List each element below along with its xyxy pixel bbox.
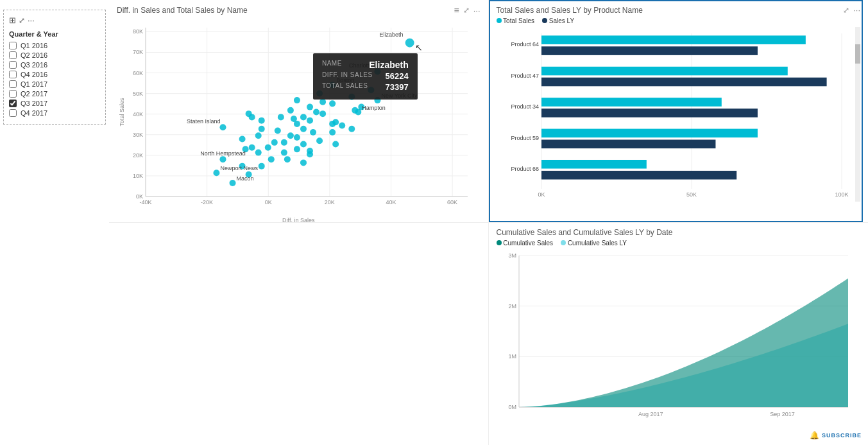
svg-point-45 [329,100,336,107]
area-chart-header: Cumulative Sales and Cumulative Sales LY… [497,228,861,237]
svg-point-54 [355,109,361,116]
svg-point-70 [275,127,281,134]
svg-point-79 [271,139,278,146]
svg-rect-114 [541,67,788,76]
svg-rect-117 [541,98,722,107]
filter-item[interactable]: Q3 2017 [9,100,100,107]
filter-item[interactable]: Q4 2016 [9,71,100,78]
svg-text:Hampton: Hampton [362,105,386,111]
svg-point-97 [259,163,265,170]
svg-text:40K: 40K [133,111,143,118]
svg-text:-20K: -20K [201,199,213,205]
scatter-tooltip: NAME Elizabeth DIFF. IN SALES 56224 TOTA… [313,53,418,100]
svg-point-64 [294,121,300,127]
filter-item-label: Q1 2017 [21,80,47,88]
svg-point-71 [300,126,307,132]
svg-point-58 [300,114,307,120]
main-container: ⊞ ⤢ ··· Quarter & Year Q1 2016Q2 2016Q3 … [0,0,868,445]
svg-text:Staten Island: Staten Island [187,118,221,125]
svg-rect-121 [541,140,715,149]
more-icon[interactable]: ··· [28,15,35,25]
svg-point-74 [255,132,262,139]
svg-point-69 [259,126,265,132]
legend-cum-label: Cumulative Sales [503,240,553,247]
area-chart-title: Cumulative Sales and Cumulative Sales LY… [497,228,673,237]
svg-point-81 [300,141,307,147]
svg-point-88 [255,150,262,156]
subscribe-label[interactable]: SUBSCRIBE [822,432,862,439]
bar-chart-legend: Total Sales Sales LY [497,17,861,24]
svg-point-77 [239,136,246,143]
scatter-chart-panel: Diff. in Sales and Total Sales by Name ≡… [109,0,489,223]
filter-items-list: Q1 2016Q2 2016Q3 2016Q4 2016Q1 2017Q2 20… [9,42,100,119]
filter-item[interactable]: Q3 2016 [9,61,100,69]
equals-icon[interactable]: ≡ [454,5,459,15]
bar-scrollbar[interactable] [855,27,860,202]
svg-rect-124 [541,171,736,180]
scatter-chart-area: 80K70K60K50K40K30K20K10K0K-40K-20K0K20K4… [117,18,481,216]
area-chart-panel: Cumulative Sales and Cumulative Sales LY… [489,223,869,446]
area-svg: 3M2M1M0MAug 2017Sep 2017 [497,249,861,423]
svg-rect-120 [541,129,758,138]
legend-cum-ly-label: Cumulative Sales LY [568,240,627,247]
filter-item-label: Q3 2016 [21,61,47,69]
svg-text:Product 47: Product 47 [511,73,539,79]
more-icon-scatter[interactable]: ··· [473,6,481,15]
svg-point-65 [339,123,345,129]
tooltip-diff-value: 56224 [386,71,409,81]
filter-item-label: Q4 2016 [21,71,47,78]
legend-cumulative-sales: Cumulative Sales [497,240,554,247]
svg-point-57 [278,114,284,120]
svg-rect-118 [541,109,758,118]
svg-text:30K: 30K [133,132,143,138]
maximize-icon: ⤢ [19,16,25,25]
area-chart-area: 3M2M1M0MAug 2017Sep 2017 [497,249,861,423]
maximize-icon-bar[interactable]: ⤢ [843,6,849,15]
svg-text:50K: 50K [133,91,143,97]
svg-text:1M: 1M [508,353,516,360]
svg-point-72 [310,129,316,135]
area-chart-legend: Cumulative Sales Cumulative Sales LY [497,240,861,247]
bar-chart-controls: ⤢ ··· [843,5,860,15]
legend-sales-ly: Sales LY [542,17,574,24]
scatter-chart-controls: ≡ ⤢ ··· [454,5,480,15]
svg-rect-115 [541,78,827,87]
maximize-icon-scatter[interactable]: ⤢ [463,6,470,15]
svg-rect-123 [541,160,647,169]
filter-item[interactable]: Q2 2017 [9,90,100,98]
svg-text:70K: 70K [133,49,143,55]
svg-text:Elizabeth: Elizabeth [380,31,404,38]
svg-text:20K: 20K [133,152,143,159]
svg-text:↖: ↖ [415,42,423,53]
tooltip-diff-label: DIFF. IN SALES [322,71,373,81]
svg-point-73 [329,129,336,135]
grid-icon: ⊞ [9,15,16,25]
svg-text:Macon: Macon [237,175,254,182]
filter-panel-header: ⊞ ⤢ ··· [9,15,100,25]
svg-point-56 [249,114,255,120]
legend-total-label: Total Sales [503,17,534,24]
svg-point-101 [230,180,236,186]
svg-point-60 [259,118,265,124]
filter-item-label: Q2 2017 [21,90,47,98]
svg-text:Total Sales: Total Sales [119,98,125,127]
svg-point-76 [294,134,300,141]
svg-text:10K: 10K [133,173,143,179]
subscribe-button[interactable]: 🔔 SUBSCRIBE [810,431,862,440]
filter-item[interactable]: Q1 2017 [9,80,100,88]
filter-item-label: Q2 2016 [21,51,47,59]
tooltip-diff-row: DIFF. IN SALES 56224 [322,71,409,81]
svg-point-94 [284,156,291,162]
tooltip-name-row: NAME Elizabeth [322,60,409,70]
more-icon-bar[interactable]: ··· [853,5,860,15]
svg-rect-112 [541,46,758,55]
svg-point-98 [213,170,219,176]
filter-item[interactable]: Q2 2016 [9,51,100,59]
svg-text:-40K: -40K [139,199,151,205]
filter-item[interactable]: Q1 2016 [9,42,100,49]
bar-scrollbar-thumb[interactable] [855,44,860,64]
filter-item[interactable]: Q4 2017 [9,109,100,117]
tooltip-total-label: TOTAL SALES [322,82,368,92]
filter-panel: ⊞ ⤢ ··· Quarter & Year Q1 2016Q2 2016Q3 … [3,10,106,125]
filter-title: Quarter & Year [9,30,100,38]
